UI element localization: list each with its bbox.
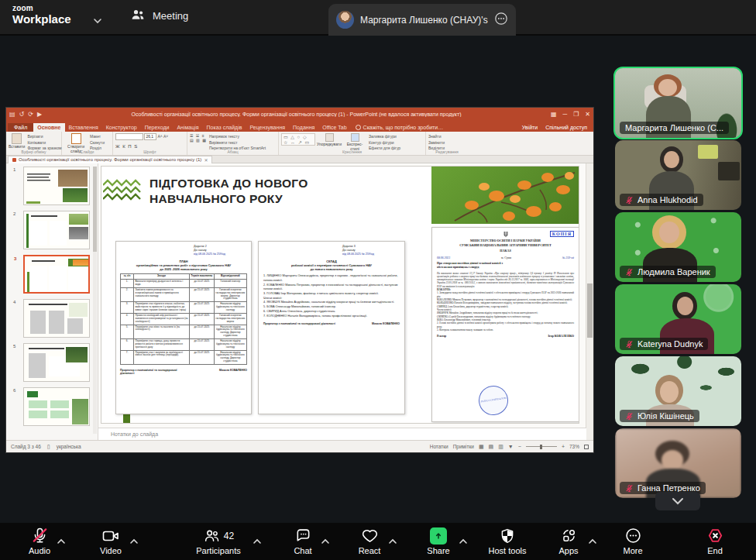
status-notes-button: Нотатки [430, 444, 448, 449]
video-button[interactable]: Video [74, 526, 148, 555]
redo-icon: ⟳ [28, 112, 33, 118]
document-tab-label: Особливості організації освітнього проце… [19, 157, 201, 162]
zoom-workplace-logo: zoom Workplace [12, 5, 71, 25]
tab-options-ellipsis-icon[interactable] [494, 12, 508, 29]
slide-thumbnail-3-selected: 3 [23, 255, 90, 294]
video-options-caret[interactable] [129, 534, 139, 548]
participant-tile-6[interactable]: Ганна Петренко [615, 428, 741, 498]
participant-name-label: Юлія Кішінець [620, 410, 699, 422]
slide-counter: Слайд 3 з 46 [11, 444, 41, 449]
participant-tile-3[interactable]: Людмила Вареник [615, 212, 741, 282]
participant-tile-2[interactable]: Anna Hlukhodid [615, 140, 741, 210]
participant-tile-5[interactable]: Юлія Кішінець [615, 356, 741, 426]
round-stamp: ЗГІДНО З ОРИГІНАЛОМ [477, 384, 510, 417]
ribbon-tab-list: ФайлОсновнеВставленняКонструкторПереходи… [8, 123, 351, 132]
meeting-stage: ▤ ↺ ⟳ ▶ Особливості організації освітньо… [0, 36, 756, 523]
ginkgo-leaves-image [431, 167, 579, 224]
tryzub-emblem-icon [503, 231, 509, 239]
share-button[interactable]: Share [401, 526, 476, 555]
meeting-people-icon [130, 8, 146, 24]
ppt-status-bar: Слайд 3 з 46 ▯ українська Нотатки Приміт… [6, 440, 593, 452]
share-screen-icon [430, 527, 447, 545]
slide-editing-column: ПІДГОТОВКА ДО НОВОГО НАВЧАЛЬНОГО РОКУ [98, 163, 593, 440]
more-button[interactable]: More [596, 526, 670, 555]
react-button[interactable]: React [332, 526, 407, 555]
top-bar: zoom Workplace Meeting Маргарита Лишенко… [0, 0, 756, 36]
ppt-file-icon [12, 158, 16, 162]
chat-options-caret[interactable] [321, 534, 330, 548]
quick-styles-icon [351, 133, 359, 142]
ppt-ribbon-tabs: ФайлОсновнеВставленняКонструкторПереходи… [6, 121, 593, 132]
zoom-out-icon: − [518, 444, 521, 449]
normal-view-icon: ▦ [479, 444, 484, 450]
audio-options-caret[interactable] [57, 534, 66, 548]
react-options-caret[interactable] [388, 534, 397, 548]
chat-button[interactable]: Chat [266, 526, 340, 555]
language-indicator: українська [57, 444, 81, 449]
fit-to-window-icon [584, 445, 589, 449]
sorter-view-icon: ▤ [489, 444, 494, 450]
mic-muted-icon [31, 527, 49, 545]
participants-button[interactable]: 42 Participants [181, 526, 256, 555]
arrange-icon [325, 133, 334, 142]
ribbon-group-paragraph: ☰ ☱ ≡▤ ▥ ▦ Напрямок текстуВирівняти текс… [187, 132, 279, 155]
slide-thumbnail-panel: 1 2 3 4 5 6 [6, 163, 98, 440]
video-camera-icon [101, 527, 120, 545]
tab-meeting[interactable]: Meeting [130, 8, 188, 24]
end-button[interactable]: End [678, 526, 752, 555]
thumbnail-preview [24, 167, 89, 204]
participant-tile-1[interactable]: Маргарита Лишенко (С... [615, 68, 741, 138]
ppt-window-title: Особливості організації освітнього проце… [42, 112, 551, 117]
copy-stamp: КОПІЯ [550, 231, 574, 237]
muted-mic-icon [625, 412, 634, 421]
shared-screen-powerpoint: ▤ ↺ ⟳ ▶ Особливості організації освітньо… [6, 108, 593, 452]
slide-thumbnail-5: 5 [23, 343, 90, 382]
shield-icon [499, 527, 516, 545]
ribbon-group-slides: Створити слайд МакетСкинутиРозділ Слайди [62, 132, 113, 155]
zigzag-decoration [103, 179, 142, 205]
apps-button[interactable]: Apps [531, 526, 606, 555]
ribbon-group-font: 26,1 A˄ A˅ Ж К П S Шрифт [113, 132, 187, 155]
document-plan: Додаток 2До наказувід 08.06 2025 № 259/о… [115, 241, 252, 414]
font-style-buttons: Ж К П S [115, 144, 184, 149]
document-tab-close-icon: ✕ [204, 157, 208, 163]
slide-thumbnail-1: 1 [23, 167, 90, 205]
sign-in-label: Увійти [522, 125, 538, 130]
share-options-caret[interactable] [459, 534, 468, 548]
participant-tile-4[interactable]: Kateryna Dudnyk [615, 284, 741, 354]
heart-icon [361, 527, 379, 545]
tell-me-hint: Скажіть, що потрібно зробити… [363, 125, 444, 130]
more-participants-chevron-down[interactable] [655, 492, 700, 510]
shapes-gallery: ▭ △ ○ ◇ ☆ ↔ ↗ ▭ △ ○ [281, 133, 315, 146]
document-composition: Додаток 3До наказувід 08.06 2025 № 259/о… [258, 241, 405, 414]
tab-screen-share[interactable]: Маргарита Лишенко (СНАУ)'s s [328, 4, 516, 36]
muted-mic-icon [625, 268, 634, 277]
ppt-body: 1 2 3 4 5 6 [6, 163, 593, 440]
participants-options-caret[interactable] [253, 534, 262, 548]
zoom-slider [526, 446, 557, 447]
thumbnail-preview [24, 388, 89, 425]
slide-thumbnail-4: 4 [23, 299, 90, 338]
participants-count: 42 [224, 531, 234, 541]
font-size-box: 26,1 [144, 133, 156, 140]
undo-icon: ↺ [19, 112, 25, 118]
screen-share-tab-title: Маргарита Лишенко (СНАУ)'s s [360, 15, 488, 26]
new-slide-icon [71, 133, 81, 144]
slide-thumbnail-6: 6 [23, 387, 90, 426]
workspace-chevron-down-icon[interactable] [93, 14, 102, 28]
paste-icon [12, 133, 22, 144]
ribbon-group-clipboard: Вставити ВирізатиКопіюватиФормат за зраз… [6, 132, 62, 155]
zoom-workplace-window: zoom Workplace Meeting Маргарита Лишенко… [0, 0, 756, 560]
end-call-icon [706, 527, 724, 545]
participant-name-label: Маргарита Лишенко (С... [620, 122, 729, 134]
audio-button[interactable]: Audio [2, 526, 77, 555]
slide-area-scrollbar [586, 163, 593, 440]
zoom-percentage: 73% [569, 444, 579, 449]
reading-view-icon: ▥ [498, 444, 503, 450]
meeting-tab-label: Meeting [153, 10, 188, 22]
participant-name-label: Kateryna Dudnyk [620, 338, 708, 350]
close-icon: ✕ [585, 112, 590, 118]
thumbnail-preview [24, 300, 89, 337]
spellcheck-icon: ▯ [47, 444, 50, 450]
thumbnail-preview [24, 211, 89, 249]
